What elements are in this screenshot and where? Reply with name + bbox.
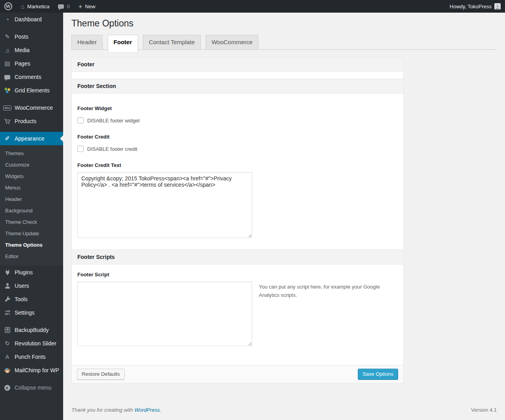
sidebar-item-tools[interactable]: Tools bbox=[0, 292, 63, 306]
sidebar-item-label: Punch Fonts bbox=[15, 354, 46, 360]
sidebar-item-products[interactable]: Products bbox=[0, 114, 63, 128]
submenu-item-theme-options[interactable]: Theme Options bbox=[0, 239, 63, 251]
sidebar-item-label: Dashboard bbox=[15, 16, 42, 22]
footer-script-label: Footer Script bbox=[77, 272, 398, 278]
footer-scripts-heading: Footer Scripts bbox=[72, 249, 403, 264]
footer-section-heading: Footer Section bbox=[72, 79, 403, 94]
plus-icon: + bbox=[79, 3, 82, 10]
tab-header[interactable]: Header bbox=[71, 35, 103, 50]
my-account-menu[interactable]: Howdy, TokoPress bbox=[445, 0, 505, 13]
site-name-menu[interactable]: ⌂ Marketica bbox=[17, 0, 54, 13]
footer-widget-label: Footer Widget bbox=[77, 105, 398, 111]
sidebar-item-woocommerce[interactable]: Woo WooCommerce bbox=[0, 101, 63, 114]
menu-separator bbox=[0, 26, 63, 30]
pages-icon: ▤ bbox=[0, 60, 15, 67]
sidebar-item-label: Products bbox=[15, 118, 36, 124]
sidebar-item-pages[interactable]: ▤ Pages bbox=[0, 57, 63, 70]
submenu-item-theme-update[interactable]: Theme Update bbox=[0, 228, 63, 239]
dashboard-icon: ◔ bbox=[0, 16, 15, 23]
panel-spacer bbox=[72, 72, 403, 79]
wp-logo-menu[interactable]: W bbox=[0, 0, 17, 13]
menu-separator bbox=[0, 377, 63, 381]
submenu-item-widgets[interactable]: Widgets bbox=[0, 171, 63, 182]
wordpress-link[interactable]: WordPress bbox=[135, 407, 160, 413]
version-label: Version 4.1 bbox=[471, 407, 497, 413]
sidebar-item-label: Media bbox=[15, 47, 30, 53]
footer-thankyou: Thank you for creating with WordPress. bbox=[71, 407, 161, 413]
disable-footer-credit-checkbox[interactable] bbox=[77, 146, 84, 152]
sidebar-item-users[interactable]: Users bbox=[0, 279, 63, 292]
sidebar-item-dashboard[interactable]: ◔ Dashboard bbox=[0, 13, 63, 26]
comment-bubble-icon bbox=[58, 4, 64, 9]
admin-menu: ◔ Dashboard ✎ Posts ♫ Media ▤ Pages Comm… bbox=[0, 13, 63, 420]
tab-contact-template[interactable]: Contact Template bbox=[143, 35, 200, 50]
sidebar-item-label: Users bbox=[15, 283, 29, 289]
restore-defaults-button[interactable]: Restore Defaults bbox=[77, 369, 125, 380]
sidebar-item-plugins[interactable]: Plugins bbox=[0, 266, 63, 279]
sidebar-item-media[interactable]: ♫ Media bbox=[0, 43, 63, 57]
tab-woocommerce[interactable]: WooCommerce bbox=[206, 35, 258, 50]
comments-menu[interactable]: 0 bbox=[54, 0, 74, 13]
collapse-menu-button[interactable]: Collapse menu bbox=[0, 381, 63, 394]
sidebar-item-label: Comments bbox=[15, 74, 41, 80]
sidebar-item-label: WooCommerce bbox=[15, 105, 53, 111]
admin-bar: W ⌂ Marketica 0 + New Howdy, TokoPress bbox=[0, 0, 505, 13]
sidebar-item-label: Posts bbox=[15, 34, 28, 40]
sidebar-item-posts[interactable]: ✎ Posts bbox=[0, 30, 63, 43]
submenu-item-header[interactable]: Header bbox=[0, 193, 63, 205]
collapse-arrow-icon bbox=[0, 385, 15, 391]
page-title: Theme Options bbox=[71, 17, 497, 29]
tab-bar: Header Footer Contact Template WooCommer… bbox=[71, 35, 497, 52]
active-menu-arrow bbox=[57, 135, 63, 142]
sidebar-item-settings[interactable]: Settings bbox=[0, 306, 63, 319]
footer-credit-option: DISABLE footer credit bbox=[77, 146, 398, 152]
panel-title: Footer bbox=[72, 57, 403, 72]
sidebar-item-label: BackupBuddy bbox=[15, 327, 49, 333]
submenu-item-theme-check[interactable]: Theme Check bbox=[0, 216, 63, 228]
sidebar-item-backupbuddy[interactable]: BackupBuddy bbox=[0, 323, 63, 337]
wrench-icon bbox=[0, 296, 15, 302]
main-content: Theme Options Header Footer Contact Temp… bbox=[63, 0, 505, 413]
sidebar-item-label: Plugins bbox=[15, 269, 33, 276]
footer-widget-option: DISABLE footer widget bbox=[77, 117, 398, 124]
site-name-label: Marketica bbox=[27, 4, 49, 9]
submenu-item-customize[interactable]: Customize bbox=[0, 159, 63, 171]
comments-icon bbox=[0, 75, 15, 79]
footer-scripts-body: Footer Script You can put any script her… bbox=[72, 264, 403, 365]
letter-a-icon: A bbox=[0, 354, 15, 360]
tab-footer[interactable]: Footer bbox=[108, 35, 138, 52]
new-label: New bbox=[85, 4, 95, 9]
menu-separator bbox=[0, 319, 63, 323]
new-content-menu[interactable]: + New bbox=[74, 0, 100, 13]
submenu-item-background[interactable]: Background bbox=[0, 205, 63, 216]
howdy-label: Howdy, TokoPress bbox=[450, 4, 492, 9]
backup-box-icon bbox=[0, 327, 15, 333]
sidebar-item-label: Grid Elements bbox=[15, 87, 50, 94]
sidebar-item-label: MailChimp for WP bbox=[15, 367, 59, 373]
media-icon: ♫ bbox=[0, 47, 15, 54]
sidebar-item-grid-elements[interactable]: Grid Elements bbox=[0, 84, 63, 97]
sidebar-item-label: Revolution Slider bbox=[15, 340, 56, 347]
footer-script-row: You can put any script here, for example… bbox=[77, 278, 398, 346]
monkey-icon bbox=[0, 368, 15, 373]
sidebar-item-label: Appearance bbox=[15, 135, 45, 142]
comment-count: 0 bbox=[67, 4, 69, 9]
disable-footer-widget-checkbox[interactable] bbox=[77, 117, 84, 124]
footer-script-input[interactable] bbox=[77, 281, 252, 346]
save-options-button[interactable]: Save Options bbox=[358, 369, 398, 380]
footer-credit-label: Footer Credit bbox=[77, 134, 398, 140]
panel-footer: Restore Defaults Save Options bbox=[72, 365, 403, 383]
sidebar-item-comments[interactable]: Comments bbox=[0, 70, 63, 84]
sidebar-item-revolution-slider[interactable]: ↻ Revolution Slider bbox=[0, 337, 63, 350]
thankyou-text: Thank you for creating with bbox=[71, 407, 135, 413]
sidebar-item-punch-fonts[interactable]: A Punch Fonts bbox=[0, 350, 63, 364]
submenu-item-editor[interactable]: Editor bbox=[0, 251, 63, 262]
footer-credit-text-input[interactable]: Copyright &copy; 2015 TokoPress<span><a … bbox=[77, 172, 252, 238]
sidebar-item-mailchimp[interactable]: MailChimp for WP bbox=[0, 364, 63, 377]
footer-script-help: You can put any script here, for example… bbox=[259, 283, 382, 300]
footer-section-body: Footer Widget DISABLE footer widget Foot… bbox=[72, 94, 403, 249]
submenu-item-themes[interactable]: Themes bbox=[0, 148, 63, 159]
submenu-item-menus[interactable]: Menus bbox=[0, 182, 63, 193]
sidebar-item-appearance[interactable]: ✐ Appearance bbox=[0, 132, 63, 145]
disable-footer-widget-label: DISABLE footer widget bbox=[87, 118, 140, 124]
